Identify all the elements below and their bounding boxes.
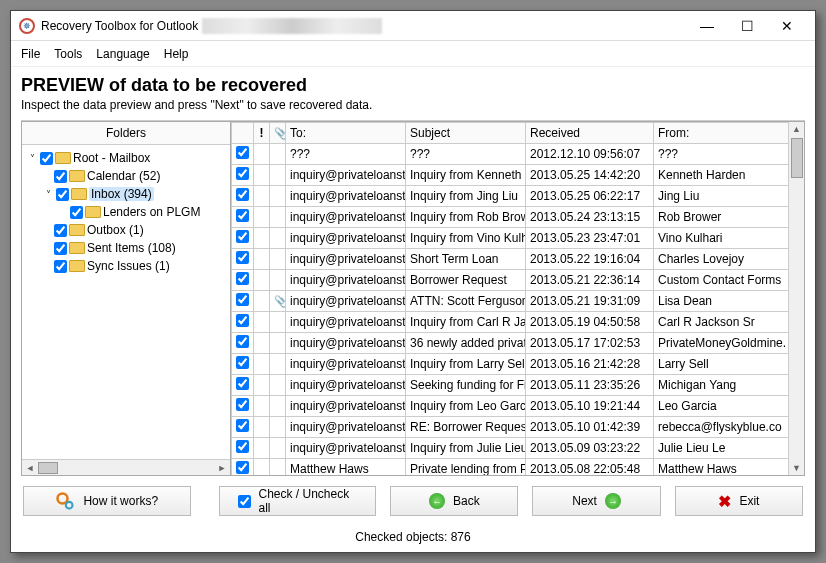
row-checkbox[interactable] bbox=[236, 398, 249, 411]
table-row[interactable]: inquiry@privateloanstoInquiry from Vino … bbox=[232, 228, 804, 249]
row-subject: Inquiry from Jing Liu bbox=[406, 186, 526, 207]
table-row[interactable]: Matthew HawsPrivate lending from Pri2013… bbox=[232, 459, 804, 476]
tree-checkbox[interactable] bbox=[54, 170, 67, 183]
row-flag bbox=[254, 291, 270, 312]
row-checkbox[interactable] bbox=[236, 335, 249, 348]
table-row[interactable]: inquiry@privateloanstoInquiry from Rob B… bbox=[232, 207, 804, 228]
tree-root[interactable]: ˅ Root - Mailbox bbox=[24, 149, 228, 167]
table-row[interactable]: ??????2012.12.10 09:56:07??? bbox=[232, 144, 804, 165]
table-row[interactable]: inquiry@privateloanstoShort Term Loan201… bbox=[232, 249, 804, 270]
paperclip-icon: 📎 bbox=[274, 127, 286, 139]
folder-icon bbox=[71, 188, 87, 200]
table-row[interactable]: inquiry@privateloanstoSeeking funding fo… bbox=[232, 375, 804, 396]
folder-tree[interactable]: ˅ Root - Mailbox Calendar (52) ˅ Inbox (… bbox=[22, 145, 230, 459]
mail-vscrollbar[interactable] bbox=[788, 122, 804, 475]
row-subject: Private lending from Pri bbox=[406, 459, 526, 476]
minimize-button[interactable]: — bbox=[687, 12, 727, 40]
row-checkbox[interactable] bbox=[236, 251, 249, 264]
tree-hscrollbar[interactable] bbox=[22, 459, 230, 475]
table-row[interactable]: inquiry@privateloanstoInquiry from Leo G… bbox=[232, 396, 804, 417]
table-row[interactable]: inquiry@privateloanstoBorrower Request20… bbox=[232, 270, 804, 291]
row-checkbox[interactable] bbox=[236, 167, 249, 180]
folder-icon bbox=[69, 170, 85, 182]
tree-sent[interactable]: Sent Items (108) bbox=[24, 239, 228, 257]
row-checkbox[interactable] bbox=[236, 272, 249, 285]
row-to: inquiry@privateloansto bbox=[286, 186, 406, 207]
row-to: inquiry@privateloansto bbox=[286, 165, 406, 186]
row-subject: Inquiry from Julie Lieu L bbox=[406, 438, 526, 459]
back-button[interactable]: ← Back bbox=[390, 486, 518, 516]
how-it-works-button[interactable]: How it works? bbox=[23, 486, 191, 516]
row-checkbox[interactable] bbox=[236, 146, 249, 159]
menu-tools[interactable]: Tools bbox=[54, 47, 82, 61]
back-arrow-icon: ← bbox=[429, 493, 445, 509]
expand-icon[interactable]: ˅ bbox=[42, 189, 54, 200]
close-button[interactable]: ✕ bbox=[767, 12, 807, 40]
row-from: Rob Brower bbox=[654, 207, 804, 228]
tree-sync[interactable]: Sync Issues (1) bbox=[24, 257, 228, 275]
row-flag bbox=[254, 186, 270, 207]
table-row[interactable]: inquiry@privateloanstoInquiry from Kenne… bbox=[232, 165, 804, 186]
row-flag bbox=[254, 228, 270, 249]
row-checkbox[interactable] bbox=[236, 461, 249, 474]
row-checkbox[interactable] bbox=[236, 356, 249, 369]
tree-checkbox[interactable] bbox=[54, 260, 67, 273]
table-row[interactable]: inquiry@privateloanstoInquiry from Jing … bbox=[232, 186, 804, 207]
tree-calendar[interactable]: Calendar (52) bbox=[24, 167, 228, 185]
tree-checkbox[interactable] bbox=[40, 152, 53, 165]
check-uncheck-button[interactable]: Check / Uncheck all bbox=[219, 486, 377, 516]
row-received: 2013.05.16 21:42:28 bbox=[526, 354, 654, 375]
svg-point-0 bbox=[58, 494, 68, 504]
table-row[interactable]: inquiry@privateloanstoInquiry from Julie… bbox=[232, 438, 804, 459]
col-to[interactable]: To: bbox=[286, 123, 406, 144]
row-checkbox[interactable] bbox=[236, 188, 249, 201]
tree-inbox[interactable]: ˅ Inbox (394) bbox=[24, 185, 228, 203]
row-attachment bbox=[270, 438, 286, 459]
row-to: inquiry@privateloansto bbox=[286, 354, 406, 375]
row-attachment bbox=[270, 459, 286, 476]
table-row[interactable]: inquiry@privateloanstoInquiry from Larry… bbox=[232, 354, 804, 375]
row-to: inquiry@privateloansto bbox=[286, 438, 406, 459]
exit-button[interactable]: ✖ Exit bbox=[675, 486, 803, 516]
tree-outbox[interactable]: Outbox (1) bbox=[24, 221, 228, 239]
row-from: Larry Sell bbox=[654, 354, 804, 375]
row-checkbox[interactable] bbox=[236, 293, 249, 306]
expand-icon[interactable]: ˅ bbox=[26, 153, 38, 164]
next-arrow-icon: → bbox=[605, 493, 621, 509]
table-row[interactable]: 📎inquiry@privateloanstoATTN: Scott Fergu… bbox=[232, 291, 804, 312]
check-all-checkbox[interactable] bbox=[238, 495, 251, 508]
row-subject: 36 newly added private bbox=[406, 333, 526, 354]
row-checkbox[interactable] bbox=[236, 440, 249, 453]
col-from[interactable]: From: bbox=[654, 123, 804, 144]
tree-lenders[interactable]: Lenders on PLGM bbox=[24, 203, 228, 221]
maximize-button[interactable]: ☐ bbox=[727, 12, 767, 40]
menu-language[interactable]: Language bbox=[96, 47, 149, 61]
row-subject: ATTN: Scott Ferguson bbox=[406, 291, 526, 312]
tree-checkbox[interactable] bbox=[56, 188, 69, 201]
next-button[interactable]: Next → bbox=[532, 486, 660, 516]
row-from: Vino Kulhari bbox=[654, 228, 804, 249]
col-subject[interactable]: Subject bbox=[406, 123, 526, 144]
row-checkbox[interactable] bbox=[236, 314, 249, 327]
table-row[interactable]: inquiry@privateloansto36 newly added pri… bbox=[232, 333, 804, 354]
row-checkbox[interactable] bbox=[236, 209, 249, 222]
folders-panel: Folders ˅ Root - Mailbox Calendar (52) ˅ bbox=[21, 121, 231, 476]
row-checkbox[interactable] bbox=[236, 230, 249, 243]
row-checkbox[interactable] bbox=[236, 419, 249, 432]
menu-help[interactable]: Help bbox=[164, 47, 189, 61]
row-received: 2013.05.23 23:47:01 bbox=[526, 228, 654, 249]
col-check[interactable] bbox=[232, 123, 254, 144]
col-received[interactable]: Received bbox=[526, 123, 654, 144]
row-checkbox[interactable] bbox=[236, 377, 249, 390]
row-to: inquiry@privateloansto bbox=[286, 417, 406, 438]
table-row[interactable]: inquiry@privateloanstoRE: Borrower Reque… bbox=[232, 417, 804, 438]
tree-checkbox[interactable] bbox=[70, 206, 83, 219]
col-attachment[interactable]: 📎 bbox=[270, 123, 286, 144]
row-flag bbox=[254, 312, 270, 333]
table-row[interactable]: inquiry@privateloanstoInquiry from Carl … bbox=[232, 312, 804, 333]
col-flag[interactable]: ! bbox=[254, 123, 270, 144]
tree-checkbox[interactable] bbox=[54, 242, 67, 255]
row-attachment bbox=[270, 270, 286, 291]
tree-checkbox[interactable] bbox=[54, 224, 67, 237]
menu-file[interactable]: File bbox=[21, 47, 40, 61]
